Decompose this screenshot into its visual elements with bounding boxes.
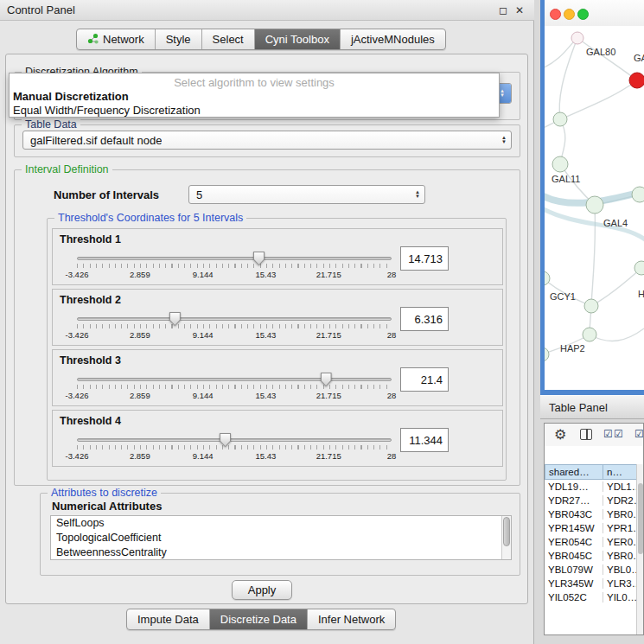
slider-handle[interactable] [169, 312, 181, 326]
float-window-icon[interactable]: ◻ [499, 4, 507, 16]
table-row[interactable]: YDR27…YDR2… [545, 494, 638, 507]
tab-network[interactable]: Network [77, 29, 156, 49]
table-cell[interactable]: YBR0… [603, 551, 638, 561]
table-row[interactable]: YPR145WYPR1… [545, 521, 638, 535]
threshold-4-label: Threshold 4 [60, 415, 121, 427]
slider-handle[interactable] [220, 433, 231, 447]
network-window-titlebar[interactable] [545, 0, 644, 26]
threshold-4-value-field[interactable] [400, 428, 449, 452]
threshold-3-slider[interactable]: -3.4262.8599.14415.4321.71528 [77, 371, 392, 404]
window-title: Control Panel [7, 3, 75, 16]
network-view-window: GAL80 GAL11 GAL4 GCY1 HAP2 GA H [540, 0, 644, 395]
table-cell[interactable]: YLR345W [545, 578, 603, 589]
node[interactable] [584, 299, 598, 313]
slider-track[interactable] [77, 438, 392, 442]
column-selector-icon[interactable] [580, 429, 592, 440]
table-cell[interactable]: YIL0… [603, 592, 638, 603]
checkbox-icon[interactable]: ☑ [614, 427, 623, 441]
tab-discretize-data[interactable]: Discretize Data [210, 609, 308, 629]
table-cell[interactable]: YIL052C [545, 592, 603, 603]
threshold-2-slider[interactable]: -3.4262.8599.14415.4321.71528 [77, 310, 392, 343]
node-selected-red[interactable] [629, 73, 644, 88]
algorithm-dropdown-popup: Select algorithm to view settings Manual… [9, 73, 500, 118]
apply-button[interactable]: Apply [232, 580, 292, 600]
node-label-gal80: GAL80 [586, 47, 615, 57]
list-item-topologicalcoefficient[interactable]: TopologicalCoefficient [51, 531, 511, 545]
threshold-2-value-field[interactable] [400, 307, 449, 331]
node[interactable] [634, 261, 644, 275]
checkbox-icon[interactable]: ☑ [634, 427, 644, 441]
slider-track[interactable] [77, 317, 392, 321]
tab-style[interactable]: Style [156, 29, 202, 49]
table-cell[interactable]: YER0… [603, 537, 638, 547]
table-cell[interactable]: YBR0… [603, 509, 638, 520]
close-icon[interactable]: ✕ [515, 4, 524, 16]
list-item-selfloops[interactable]: SelfLoops [51, 516, 511, 531]
table-row[interactable]: YDL19…YDL1… [545, 480, 638, 494]
checkbox-icon[interactable]: ☑ [603, 427, 613, 441]
table-toolbar: ⚙ ☑ ☑ ☑ [545, 424, 643, 446]
table-row[interactable]: YBR043CYBR0… [545, 507, 638, 521]
table-cell[interactable]: YDR2… [603, 495, 638, 506]
threshold-1-slider[interactable]: -3.4262.8599.14415.4321.71528 [77, 250, 392, 283]
node-gal11[interactable] [552, 156, 568, 172]
tab-impute-data[interactable]: Impute Data [127, 609, 210, 629]
tab-select[interactable]: Select [202, 29, 255, 49]
num-intervals-label: Number of Intervals [54, 188, 159, 201]
table-row[interactable]: YBR045CYBR0… [545, 549, 638, 563]
num-intervals-combobox[interactable]: 5 ▲▼ [188, 185, 425, 204]
column-header-shared-name[interactable]: shared… [545, 464, 603, 480]
table-cell[interactable]: YBR045C [545, 551, 603, 561]
table-row[interactable]: YIL052CYIL0… [545, 590, 638, 604]
table-data-combobox[interactable]: galFiltered.sif default node ▲▼ [22, 131, 512, 150]
dropdown-option-manual[interactable]: Manual Discretization [10, 90, 499, 104]
tab-jactivemnodules[interactable]: jActiveMNodules [341, 29, 445, 49]
table-cell[interactable]: YBL079W [545, 564, 603, 575]
table-row[interactable]: YLR345WYLR3… [545, 577, 638, 590]
table-cell[interactable]: YBR043C [545, 509, 603, 520]
table-data-value: galFiltered.sif default node [23, 134, 162, 147]
zoom-traffic-light-icon[interactable] [577, 9, 589, 20]
slider-handle[interactable] [253, 252, 265, 265]
attributes-group-title: Attributes to discretize [48, 487, 161, 499]
node-gal4[interactable] [586, 196, 603, 214]
table-cell[interactable]: YPR1… [603, 523, 638, 533]
threshold-4-slider[interactable]: -3.4262.8599.14415.4321.71528 [77, 431, 392, 464]
threshold-1-value-field[interactable] [400, 246, 449, 271]
dropdown-option-equal-width[interactable]: Equal Width/Frequency Discretization [10, 104, 499, 118]
minimize-traffic-light-icon[interactable] [564, 9, 575, 20]
table-cell[interactable]: YLR3… [603, 578, 638, 589]
table-scrollbar[interactable] [636, 464, 643, 634]
table-cell[interactable]: YBL0… [603, 564, 638, 575]
table-cell[interactable]: YER054C [545, 537, 603, 547]
node[interactable] [545, 348, 549, 361]
table-cell[interactable]: YDL1… [603, 481, 638, 492]
table-cell[interactable]: YDL19… [545, 481, 603, 492]
table-cell[interactable]: YDR27… [545, 495, 603, 506]
slider-track[interactable] [77, 257, 392, 260]
table-cell[interactable]: YPR145W [545, 523, 603, 533]
bottom-tab-bar: Impute Data Discretize Data Infer Networ… [126, 609, 396, 630]
node-hap2[interactable] [583, 328, 596, 341]
gear-icon[interactable]: ⚙ [554, 426, 566, 443]
table-row[interactable]: YBL079WYBL0… [545, 563, 638, 577]
slider-ticks [77, 264, 392, 268]
tab-cyni-toolbox[interactable]: Cyni Toolbox [255, 29, 341, 49]
table-panel-header: Table Panel [540, 395, 644, 419]
node-gal80[interactable] [571, 32, 583, 44]
slider-handle[interactable] [321, 373, 332, 386]
table-row[interactable]: YER054CYER0… [545, 535, 638, 549]
dropdown-prompt: Select algorithm to view settings [10, 76, 499, 90]
node[interactable] [553, 112, 567, 126]
list-item-betweennesscentrality[interactable]: BetweennessCentrality [51, 545, 511, 560]
window-buttons: ◻ ✕ [499, 4, 527, 16]
threshold-3-value-field[interactable] [400, 367, 449, 392]
node-label-gal4: GAL4 [603, 218, 628, 228]
slider-track[interactable] [77, 378, 392, 381]
attributes-list-scrollbar[interactable] [501, 516, 511, 559]
close-traffic-light-icon[interactable] [550, 9, 561, 20]
tab-infer-network[interactable]: Infer Network [308, 609, 395, 629]
column-header-name[interactable]: n… [603, 464, 638, 480]
node[interactable] [632, 187, 644, 202]
network-canvas[interactable]: GAL80 GAL11 GAL4 GCY1 HAP2 GA H [545, 26, 644, 390]
